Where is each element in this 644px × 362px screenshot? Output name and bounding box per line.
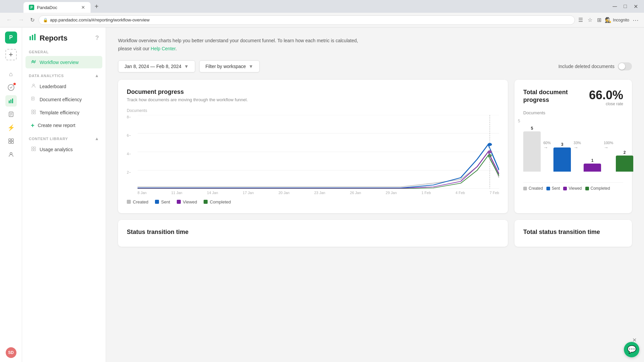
- sidebar-item-usage-analytics-label: Usage analytics: [40, 147, 73, 152]
- split-view-button[interactable]: ⊞: [596, 15, 603, 24]
- sidebar-item-document-efficiency[interactable]: Document efficiency: [25, 93, 102, 106]
- forward-button[interactable]: →: [16, 15, 26, 25]
- svg-rect-11: [11, 141, 13, 143]
- data-analytics-label: DATA ANALYTICS: [29, 74, 64, 78]
- status-transition-title: Status transition time: [127, 229, 499, 236]
- rail-contacts-icon[interactable]: [5, 149, 17, 160]
- sidebar-item-leaderboard[interactable]: Leaderboard: [25, 80, 102, 93]
- section-data-analytics[interactable]: DATA ANALYTICS ▲: [22, 69, 106, 79]
- charts-row-1: Document progress Track how documents ar…: [118, 80, 632, 213]
- content-library-label: CONTENT LIBRARY: [29, 137, 68, 141]
- filter-workspace-button[interactable]: Filter by workspace ▼: [199, 60, 260, 72]
- svg-rect-8: [9, 139, 11, 141]
- back-button[interactable]: ←: [4, 15, 14, 25]
- doc-progress-y-label: Documents: [127, 108, 499, 113]
- tab-add-button[interactable]: +: [92, 1, 101, 12]
- legend-viewed: Viewed: [177, 199, 197, 204]
- left-rail: P + ⌂ ⚡ SD: [0, 27, 22, 362]
- chat-icon: 💬: [627, 345, 636, 354]
- rail-tasks-icon[interactable]: [5, 82, 17, 93]
- bar-viewed: 1: [584, 158, 601, 179]
- rail-add-button[interactable]: +: [5, 49, 17, 60]
- bookmark-button[interactable]: ☆: [586, 15, 594, 24]
- app-logo[interactable]: P: [5, 32, 17, 44]
- date-range-picker[interactable]: Jan 8, 2024 — Feb 8, 2024 ▼: [118, 60, 195, 72]
- svg-rect-27: [32, 149, 33, 151]
- total-docs-label: Documents: [523, 110, 623, 115]
- data-analytics-chevron-icon: ▲: [95, 73, 99, 78]
- rail-lightning-icon[interactable]: ⚡: [5, 122, 17, 133]
- window-close[interactable]: ✕: [630, 2, 641, 11]
- filter-chevron-icon: ▼: [249, 64, 253, 69]
- address-bar[interactable]: 🔒 app.pandadoc.com/a/#/reporting/workflo…: [39, 15, 575, 25]
- svg-rect-14: [32, 35, 33, 40]
- workflow-icon: [31, 59, 36, 65]
- section-general-label: GENERAL: [22, 47, 106, 55]
- status-transition-card: Status transition time: [118, 220, 508, 247]
- lock-icon: 🔒: [43, 18, 48, 22]
- url-text: app.pandadoc.com/a/#/reporting/workflow-…: [50, 17, 150, 22]
- legend-created: Created: [127, 199, 148, 204]
- usage-analytics-icon: [31, 146, 36, 153]
- total-legend-viewed: Viewed: [563, 186, 582, 191]
- browser-tab-active[interactable]: P PandaDoc ✕: [23, 2, 91, 13]
- menu-button[interactable]: ⋯: [631, 15, 640, 25]
- reload-button[interactable]: ↻: [28, 15, 37, 24]
- sidebar-item-workflow[interactable]: Workflow overview: [25, 56, 102, 68]
- close-rate-number: 66.0%: [589, 88, 623, 102]
- rail-avatar[interactable]: SD: [6, 347, 16, 358]
- document-efficiency-icon: [31, 96, 36, 103]
- total-document-progress-card: Total document progress 66.0% close rate…: [515, 80, 632, 213]
- filter-label: Filter by workspace: [206, 64, 246, 69]
- x-axis-labels: 8 Jan11 Jan14 Jan17 Jan20 Jan23 Jan26 Ja…: [127, 189, 499, 195]
- create-plus-icon: +: [31, 122, 35, 128]
- toolbar: Jan 8, 2024 — Feb 8, 2024 ▼ Filter by wo…: [118, 60, 632, 72]
- total-legend-sent: Sent: [546, 186, 560, 191]
- doc-progress-title: Document progress: [127, 88, 499, 96]
- total-legend-completed: Completed: [585, 186, 610, 191]
- rail-analytics-icon[interactable]: [5, 95, 17, 107]
- svg-rect-22: [34, 110, 36, 112]
- window-minimize[interactable]: ─: [609, 2, 621, 11]
- nav-bar: ← → ↻ 🔒 app.pandadoc.com/a/#/reporting/w…: [0, 13, 644, 27]
- tab-title: PandaDoc: [37, 5, 57, 10]
- svg-rect-24: [34, 112, 36, 114]
- section-content-library[interactable]: CONTENT LIBRARY ▲: [22, 132, 106, 142]
- window-maximize[interactable]: □: [620, 2, 630, 11]
- rail-home-icon[interactable]: ⌂: [5, 68, 17, 80]
- sidebar-create-new-report[interactable]: + Create new report: [25, 119, 102, 131]
- total-legend-created: Created: [523, 186, 543, 191]
- total-bar-chart: 5 5 60% → 3: [523, 119, 623, 179]
- sidebar-item-usage-analytics[interactable]: Usage analytics: [25, 143, 102, 156]
- incognito-label: Incognito: [613, 18, 629, 22]
- total-title: Total document progress: [523, 88, 570, 104]
- svg-rect-21: [32, 110, 33, 112]
- charts-row-2: Status transition time Total status tran…: [118, 220, 632, 247]
- sidebar-help-icon[interactable]: ?: [95, 35, 99, 42]
- svg-rect-28: [34, 149, 36, 151]
- reports-header-icon: [29, 34, 36, 43]
- intro-text: Workflow overview charts help you better…: [118, 37, 370, 53]
- incognito-section: 🕵 Incognito: [605, 17, 629, 23]
- svg-rect-1: [9, 101, 10, 103]
- chat-bubble-button[interactable]: 💬: [624, 342, 639, 357]
- help-center-link[interactable]: Help Center: [151, 46, 175, 51]
- main-content: Workflow overview charts help you better…: [106, 27, 644, 362]
- rail-docs-icon[interactable]: [5, 109, 17, 120]
- include-deleted-toggle[interactable]: [618, 62, 632, 70]
- browser-window: P PandaDoc ✕ + ─ □ ✕ ← → ↻ 🔒 app.pandado…: [0, 0, 644, 27]
- sidebar-item-template-efficiency[interactable]: Template efficiency: [25, 106, 102, 119]
- template-efficiency-icon: [31, 109, 36, 116]
- leaderboard-icon: [31, 83, 36, 89]
- reading-view-button[interactable]: ☰: [577, 15, 584, 24]
- close-rate-label: close rate: [589, 102, 623, 106]
- svg-rect-3: [12, 99, 13, 103]
- tab-close-icon[interactable]: ✕: [81, 5, 85, 10]
- tab-favicon: P: [29, 5, 34, 10]
- rail-templates-icon[interactable]: [5, 135, 17, 147]
- line-chart-svg: 8− 6− 4− 2−: [138, 115, 499, 189]
- sidebar-item-leaderboard-label: Leaderboard: [40, 84, 66, 89]
- bar-created: 5: [523, 126, 541, 179]
- doc-progress-subtitle: Track how documents are moving through t…: [127, 97, 499, 102]
- svg-rect-26: [34, 147, 36, 148]
